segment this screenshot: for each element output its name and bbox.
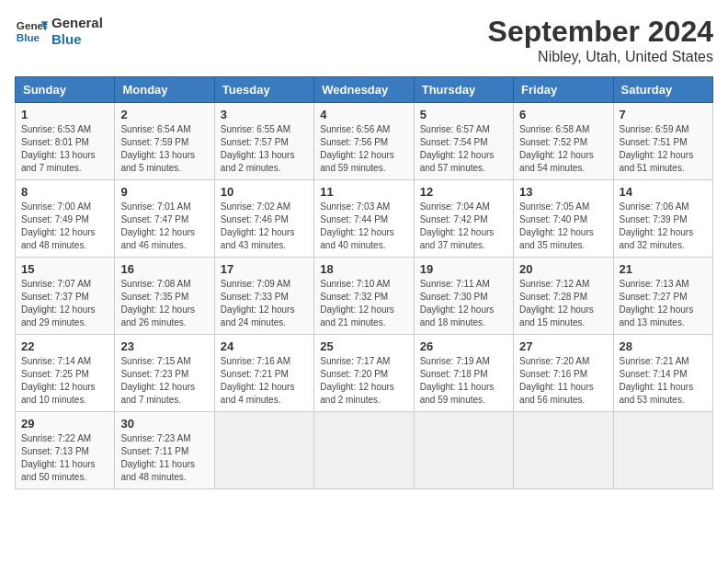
header-friday: Friday (514, 77, 613, 103)
week-row-3: 22Sunrise: 7:14 AM Sunset: 7:25 PM Dayli… (16, 335, 713, 412)
day-number: 10 (221, 185, 308, 199)
day-number: 9 (120, 185, 208, 199)
day-number: 29 (21, 417, 108, 431)
calendar-cell: 29Sunrise: 7:22 AM Sunset: 7:13 PM Dayli… (16, 412, 115, 489)
calendar-cell: 21Sunrise: 7:13 AM Sunset: 7:27 PM Dayli… (613, 258, 712, 335)
day-number: 2 (120, 108, 208, 121)
day-info: Sunrise: 7:14 AM Sunset: 7:25 PM Dayligh… (21, 355, 108, 407)
calendar-cell: 6Sunrise: 6:58 AM Sunset: 7:52 PM Daylig… (514, 103, 613, 180)
day-info: Sunrise: 6:53 AM Sunset: 8:01 PM Dayligh… (21, 123, 108, 175)
calendar-cell (613, 412, 712, 489)
calendar-subtitle: Nibley, Utah, United States (488, 49, 713, 65)
day-number: 18 (320, 262, 407, 276)
day-info: Sunrise: 7:02 AM Sunset: 7:46 PM Dayligh… (221, 201, 308, 252)
day-info: Sunrise: 7:19 AM Sunset: 7:18 PM Dayligh… (420, 355, 507, 407)
day-number: 13 (519, 185, 607, 199)
day-info: Sunrise: 6:58 AM Sunset: 7:52 PM Dayligh… (519, 123, 607, 175)
day-info: Sunrise: 7:06 AM Sunset: 7:39 PM Dayligh… (620, 201, 707, 252)
day-info: Sunrise: 6:59 AM Sunset: 7:51 PM Dayligh… (620, 123, 707, 175)
calendar-cell: 30Sunrise: 7:23 AM Sunset: 7:11 PM Dayli… (115, 412, 214, 489)
day-number: 26 (420, 339, 507, 353)
calendar-cell: 26Sunrise: 7:19 AM Sunset: 7:18 PM Dayli… (414, 335, 513, 412)
calendar-cell: 3Sunrise: 6:55 AM Sunset: 7:57 PM Daylig… (214, 103, 313, 180)
day-info: Sunrise: 7:09 AM Sunset: 7:33 PM Dayligh… (221, 278, 308, 329)
day-number: 8 (21, 185, 108, 199)
day-number: 20 (519, 262, 607, 276)
week-row-4: 29Sunrise: 7:22 AM Sunset: 7:13 PM Dayli… (16, 412, 713, 489)
logo-blue: Blue (51, 31, 103, 48)
day-info: Sunrise: 7:23 AM Sunset: 7:11 PM Dayligh… (120, 432, 208, 484)
day-info: Sunrise: 7:04 AM Sunset: 7:42 PM Dayligh… (420, 201, 507, 252)
day-info: Sunrise: 6:56 AM Sunset: 7:56 PM Dayligh… (320, 123, 407, 175)
day-info: Sunrise: 7:01 AM Sunset: 7:47 PM Dayligh… (120, 201, 208, 252)
day-number: 6 (519, 108, 607, 121)
calendar-header-row: SundayMondayTuesdayWednesdayThursdayFrid… (16, 77, 713, 103)
day-number: 28 (620, 339, 707, 353)
calendar-cell: 7Sunrise: 6:59 AM Sunset: 7:51 PM Daylig… (613, 103, 712, 180)
calendar-table: SundayMondayTuesdayWednesdayThursdayFrid… (15, 76, 713, 489)
calendar-cell: 25Sunrise: 7:17 AM Sunset: 7:20 PM Dayli… (314, 335, 414, 412)
calendar-cell (514, 412, 613, 489)
day-number: 15 (21, 262, 108, 276)
calendar-cell: 9Sunrise: 7:01 AM Sunset: 7:47 PM Daylig… (115, 180, 214, 258)
day-info: Sunrise: 7:16 AM Sunset: 7:21 PM Dayligh… (221, 355, 308, 407)
day-number: 27 (519, 339, 607, 353)
calendar-cell: 23Sunrise: 7:15 AM Sunset: 7:23 PM Dayli… (115, 335, 214, 412)
header-sunday: Sunday (16, 77, 115, 103)
calendar-body: 1Sunrise: 6:53 AM Sunset: 8:01 PM Daylig… (16, 103, 713, 489)
week-row-1: 8Sunrise: 7:00 AM Sunset: 7:49 PM Daylig… (16, 180, 713, 258)
page-header: General Blue General Blue September 2024… (15, 15, 713, 65)
calendar-cell: 17Sunrise: 7:09 AM Sunset: 7:33 PM Dayli… (214, 258, 313, 335)
header-monday: Monday (115, 77, 214, 103)
day-number: 11 (320, 185, 407, 199)
day-info: Sunrise: 6:57 AM Sunset: 7:54 PM Dayligh… (420, 123, 507, 175)
calendar-cell: 16Sunrise: 7:08 AM Sunset: 7:35 PM Dayli… (115, 258, 214, 335)
svg-text:General: General (17, 19, 48, 31)
calendar-cell (214, 412, 313, 489)
calendar-cell: 8Sunrise: 7:00 AM Sunset: 7:49 PM Daylig… (16, 180, 115, 258)
calendar-cell: 1Sunrise: 6:53 AM Sunset: 8:01 PM Daylig… (16, 103, 115, 180)
day-info: Sunrise: 7:11 AM Sunset: 7:30 PM Dayligh… (420, 278, 507, 329)
day-info: Sunrise: 6:55 AM Sunset: 7:57 PM Dayligh… (221, 123, 308, 175)
day-info: Sunrise: 7:21 AM Sunset: 7:14 PM Dayligh… (620, 355, 707, 407)
day-info: Sunrise: 7:17 AM Sunset: 7:20 PM Dayligh… (320, 355, 407, 407)
day-number: 14 (620, 185, 707, 199)
logo-general: General (51, 15, 103, 31)
day-info: Sunrise: 7:08 AM Sunset: 7:35 PM Dayligh… (120, 278, 208, 329)
day-number: 3 (221, 108, 308, 121)
day-number: 30 (120, 417, 208, 431)
day-info: Sunrise: 7:00 AM Sunset: 7:49 PM Dayligh… (21, 201, 108, 252)
calendar-cell: 28Sunrise: 7:21 AM Sunset: 7:14 PM Dayli… (613, 335, 712, 412)
week-row-2: 15Sunrise: 7:07 AM Sunset: 7:37 PM Dayli… (16, 258, 713, 335)
calendar-cell: 2Sunrise: 6:54 AM Sunset: 7:59 PM Daylig… (115, 103, 214, 180)
day-number: 1 (21, 108, 108, 121)
day-number: 22 (21, 339, 108, 353)
calendar-cell: 13Sunrise: 7:05 AM Sunset: 7:40 PM Dayli… (514, 180, 613, 258)
calendar-cell (314, 412, 414, 489)
calendar-cell: 15Sunrise: 7:07 AM Sunset: 7:37 PM Dayli… (16, 258, 115, 335)
logo: General Blue General Blue (15, 15, 103, 48)
calendar-cell: 11Sunrise: 7:03 AM Sunset: 7:44 PM Dayli… (314, 180, 414, 258)
day-number: 23 (120, 339, 208, 353)
day-info: Sunrise: 7:10 AM Sunset: 7:32 PM Dayligh… (320, 278, 407, 329)
day-info: Sunrise: 7:15 AM Sunset: 7:23 PM Dayligh… (120, 355, 208, 407)
day-info: Sunrise: 7:05 AM Sunset: 7:40 PM Dayligh… (519, 201, 607, 252)
header-saturday: Saturday (613, 77, 712, 103)
calendar-cell: 20Sunrise: 7:12 AM Sunset: 7:28 PM Dayli… (514, 258, 613, 335)
svg-text:Blue: Blue (17, 31, 40, 43)
calendar-cell: 18Sunrise: 7:10 AM Sunset: 7:32 PM Dayli… (314, 258, 414, 335)
day-number: 21 (620, 262, 707, 276)
day-info: Sunrise: 6:54 AM Sunset: 7:59 PM Dayligh… (120, 123, 208, 175)
header-thursday: Thursday (414, 77, 513, 103)
day-number: 5 (420, 108, 507, 121)
calendar-cell: 12Sunrise: 7:04 AM Sunset: 7:42 PM Dayli… (414, 180, 513, 258)
week-row-0: 1Sunrise: 6:53 AM Sunset: 8:01 PM Daylig… (16, 103, 713, 180)
day-info: Sunrise: 7:20 AM Sunset: 7:16 PM Dayligh… (519, 355, 607, 407)
calendar-cell: 14Sunrise: 7:06 AM Sunset: 7:39 PM Dayli… (613, 180, 712, 258)
day-number: 17 (221, 262, 308, 276)
day-number: 7 (620, 108, 707, 121)
day-number: 4 (320, 108, 407, 121)
day-number: 19 (420, 262, 507, 276)
calendar-cell: 24Sunrise: 7:16 AM Sunset: 7:21 PM Dayli… (214, 335, 313, 412)
calendar-title: September 2024 (488, 15, 713, 49)
